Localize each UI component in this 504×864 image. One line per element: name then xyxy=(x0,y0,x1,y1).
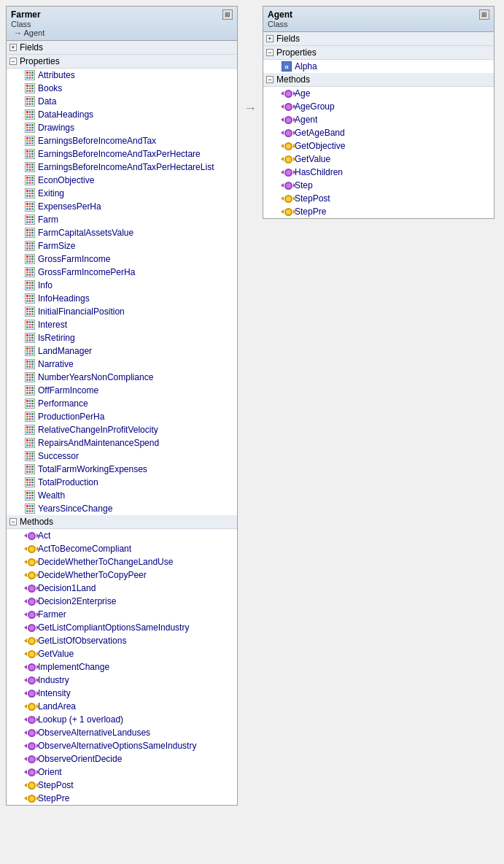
property-icon xyxy=(24,503,36,514)
list-item[interactable]: Attributes xyxy=(7,69,237,82)
agent-fields-toggle[interactable]: + xyxy=(266,35,274,42)
agent-properties-section[interactable]: − Properties xyxy=(263,46,494,60)
list-item[interactable]: Decision1Land xyxy=(7,582,237,595)
list-item[interactable]: ObserveAlternativeLanduses xyxy=(7,726,237,739)
list-item[interactable]: Performance xyxy=(7,397,237,410)
list-item[interactable]: DataHeadings xyxy=(7,108,237,121)
farmer-fields-section[interactable]: + Fields xyxy=(7,41,237,55)
list-item[interactable]: Age xyxy=(263,87,494,100)
farmer-methods-section[interactable]: − Methods xyxy=(7,515,237,529)
list-item[interactable]: αAlpha xyxy=(263,60,494,73)
list-item[interactable]: Agent xyxy=(263,113,494,126)
list-item[interactable]: InitialFinancialPosition xyxy=(7,305,237,318)
farmer-fields-toggle[interactable]: + xyxy=(9,44,17,51)
method-icon xyxy=(24,740,36,752)
list-item[interactable]: LandManager xyxy=(7,344,237,358)
list-item[interactable]: Orient xyxy=(7,765,237,779)
list-item[interactable]: StepPost xyxy=(263,192,494,205)
list-item[interactable]: YearsSinceChange xyxy=(7,502,237,515)
list-item[interactable]: Books xyxy=(7,82,237,95)
list-item[interactable]: Drawings xyxy=(7,121,237,134)
list-item[interactable]: EarningsBeforeIncomeAndTax xyxy=(7,134,237,147)
list-item[interactable]: FarmCapitalAssetsValue xyxy=(7,226,237,239)
item-label: GetValue xyxy=(295,154,330,164)
list-item[interactable]: OffFarmIncome xyxy=(7,384,237,397)
list-item[interactable]: FarmSize xyxy=(7,239,237,252)
list-item[interactable]: TotalFarmWorkingExpenses xyxy=(7,463,237,476)
list-item[interactable]: HasChildren xyxy=(263,166,494,179)
list-item[interactable]: Data xyxy=(7,95,237,108)
list-item[interactable]: ObserveAlternativeOptionsSameIndustry xyxy=(7,739,237,752)
agent-properties-toggle[interactable]: − xyxy=(266,49,274,56)
item-label: Exiting xyxy=(38,188,64,198)
list-item[interactable]: RelativeChangeInProfitVelocity xyxy=(7,423,237,436)
list-item[interactable]: Intensity xyxy=(7,687,237,700)
list-item[interactable]: GetValue xyxy=(263,153,494,166)
item-label: DecideWhetherToCopyPeer xyxy=(38,570,147,580)
list-item[interactable]: StepPre xyxy=(263,205,494,218)
property-icon xyxy=(24,279,36,291)
item-label: NumberYearsNonCompliance xyxy=(38,372,153,382)
item-label: IsRetiring xyxy=(38,333,75,343)
list-item[interactable]: NumberYearsNonCompliance xyxy=(7,371,237,384)
item-label: ObserveAlternativeOptionsSameIndustry xyxy=(38,741,196,751)
list-item[interactable]: ExpensesPerHa xyxy=(7,200,237,213)
agent-methods-section[interactable]: − Methods xyxy=(263,73,494,87)
list-item[interactable]: GetListOfObservations xyxy=(7,634,237,647)
list-item[interactable]: AgeGroup xyxy=(263,100,494,113)
list-item[interactable]: Farmer xyxy=(7,608,237,621)
list-item[interactable]: Narrative xyxy=(7,358,237,371)
list-item[interactable]: GrossFarmIncomePerHa xyxy=(7,266,237,279)
farmer-title: Farmer xyxy=(11,9,44,20)
list-item[interactable]: Lookup (+ 1 overload) xyxy=(7,713,237,726)
list-item[interactable]: RepairsAndMaintenanceSpend xyxy=(7,436,237,450)
agent-fields-section[interactable]: + Fields xyxy=(263,32,494,46)
list-item[interactable]: GetListCompliantOptionsSameIndustry xyxy=(7,621,237,634)
list-item[interactable]: Wealth xyxy=(7,489,237,502)
item-label: EarningsBeforeIncomeAndTaxPerHectare xyxy=(38,149,201,159)
list-item[interactable]: Act xyxy=(7,529,237,542)
list-item[interactable]: Decision2Enterprise xyxy=(7,595,237,608)
list-item[interactable]: EconObjective xyxy=(7,174,237,187)
list-item[interactable]: LandArea xyxy=(7,700,237,713)
item-label: Books xyxy=(38,83,62,93)
list-item[interactable]: Step xyxy=(263,179,494,192)
list-item[interactable]: StepPre xyxy=(7,792,237,805)
list-item[interactable]: DecideWhetherToCopyPeer xyxy=(7,568,237,582)
list-item[interactable]: StepPost xyxy=(7,779,237,792)
list-item[interactable]: Exiting xyxy=(7,187,237,200)
item-label: Attributes xyxy=(38,70,75,80)
farmer-collapse-button[interactable]: ⊠ xyxy=(222,9,233,20)
list-item[interactable]: DecideWhetherToChangeLandUse xyxy=(7,555,237,568)
method-icon xyxy=(24,635,36,647)
list-item[interactable]: TotalProduction xyxy=(7,476,237,489)
list-item[interactable]: InfoHeadings xyxy=(7,292,237,305)
list-item[interactable]: GetObjective xyxy=(263,139,494,153)
list-item[interactable]: ImplementChange xyxy=(7,660,237,674)
list-item[interactable]: Successor xyxy=(7,450,237,463)
list-item[interactable]: EarningsBeforeIncomeAndTaxPerHectareList xyxy=(7,161,237,174)
item-label: Farm xyxy=(38,215,58,225)
list-item[interactable]: Info xyxy=(7,279,237,292)
method-icon xyxy=(281,140,292,152)
list-item[interactable]: GrossFarmIncome xyxy=(7,252,237,266)
method-icon xyxy=(24,687,36,699)
list-item[interactable]: Industry xyxy=(7,674,237,687)
list-item[interactable]: GetValue xyxy=(7,647,237,660)
list-item[interactable]: ActToBecomeCompliant xyxy=(7,542,237,555)
farmer-methods-toggle[interactable]: − xyxy=(9,518,17,525)
list-item[interactable]: ProductionPerHa xyxy=(7,410,237,423)
list-item[interactable]: ObserveOrientDecide xyxy=(7,752,237,765)
item-label: StepPost xyxy=(38,780,74,790)
farmer-properties-toggle[interactable]: − xyxy=(9,58,17,65)
list-item[interactable]: Farm xyxy=(7,213,237,226)
farmer-properties-section[interactable]: − Properties xyxy=(7,55,237,69)
method-icon xyxy=(24,753,36,765)
list-item[interactable]: GetAgeBand xyxy=(263,126,494,139)
list-item[interactable]: EarningsBeforeIncomeAndTaxPerHectare xyxy=(7,147,237,161)
item-label: Decision1Land xyxy=(38,583,96,593)
list-item[interactable]: Interest xyxy=(7,318,237,331)
agent-collapse-button[interactable]: ⊠ xyxy=(479,9,489,20)
list-item[interactable]: IsRetiring xyxy=(7,331,237,344)
agent-methods-toggle[interactable]: − xyxy=(266,76,274,83)
